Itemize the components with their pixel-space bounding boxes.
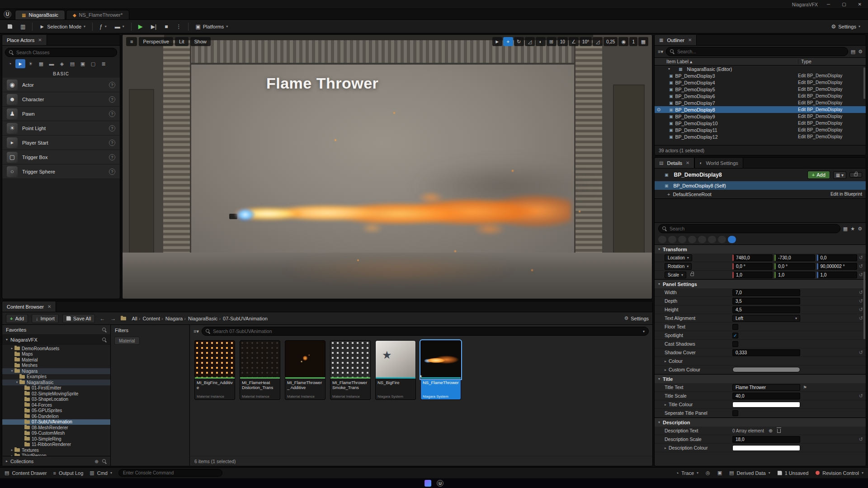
outliner-row[interactable]: ⊙ ▣ BP_DemoDisplay9 Edit BP_DemoDisplay [655, 113, 866, 120]
rotation-y-input[interactable]: 0,0 ° [774, 263, 815, 270]
close-icon[interactable]: ✕ [855, 2, 864, 7]
close-icon[interactable]: ✕ [688, 38, 692, 42]
column-item-label[interactable]: Item Label ▴ [655, 59, 798, 64]
breadcrumb-item[interactable]: NiagaraBasic [188, 316, 217, 321]
actor-type-link[interactable]: Edit BP_DemoDisplay [798, 80, 866, 85]
actor-type-link[interactable]: Edit BP_DemoDisplay [798, 100, 866, 105]
selection-mode-dropdown[interactable]: ► Selection Mode ▾ [36, 22, 89, 31]
actor-type-link[interactable]: Edit BP_DemoDisplay [798, 127, 866, 132]
help-icon[interactable]: ? [109, 169, 115, 175]
volumes-category-icon[interactable]: ▣ [78, 59, 88, 68]
tree-folder-item[interactable]: 01-FirstEmitter [2, 385, 110, 391]
all-classes-category-icon[interactable]: ≣ [99, 59, 108, 68]
rotate-tool-icon[interactable]: ↻ [514, 37, 524, 46]
unreal-logo-icon[interactable]: U [4, 10, 11, 18]
play-button[interactable]: ▶ [135, 22, 146, 31]
height-input[interactable]: 4,5 [732, 306, 800, 313]
basic-category-icon[interactable]: ► [15, 59, 25, 68]
asset-search[interactable]: ▾ [202, 327, 649, 336]
tree-folder-item[interactable]: ▾ Niagara [2, 368, 110, 374]
visual-effects-category-icon[interactable]: ◈ [57, 59, 67, 68]
details-tab[interactable]: ▤ Details ✕ [655, 158, 694, 168]
tree-folder-item[interactable]: Material [2, 357, 110, 363]
add-collection-icon[interactable]: ⊕ [94, 459, 99, 464]
settings-dropdown[interactable]: ⚙ Settings ▾ [828, 22, 863, 31]
help-icon[interactable]: ? [109, 96, 115, 103]
details-search[interactable] [658, 224, 840, 233]
source-control-button[interactable]: ▥ [17, 22, 28, 31]
title-scale-input[interactable]: 40,0 [732, 393, 800, 399]
help-icon[interactable]: ? [109, 125, 115, 131]
details-filter-tab[interactable] [678, 236, 686, 243]
close-icon[interactable]: ✕ [38, 38, 42, 42]
caret-down-icon[interactable]: ▾ [668, 67, 670, 71]
shadow-cover-input[interactable]: 0,333 [732, 349, 800, 356]
outliner-row[interactable]: ⊙ ▣ BP_DemoDisplay6 Edit BP_DemoDisplay [655, 93, 866, 99]
reset-icon[interactable]: ↺ [859, 315, 863, 321]
expand-arrow-icon[interactable]: ▸ [665, 359, 666, 363]
place-actor-item[interactable]: Point Light ? [2, 121, 120, 136]
viewport-options-button[interactable]: ≡ [126, 37, 137, 46]
gear-icon[interactable]: ⚙ [858, 226, 862, 232]
place-actor-item[interactable]: Pawn ? [2, 107, 120, 121]
notifications-icon[interactable]: ◎ [706, 470, 710, 476]
tree-folder-item[interactable]: Maps [2, 352, 110, 357]
scale-snap-value[interactable]: 0,25 [604, 37, 618, 46]
place-actors-tab[interactable]: Place Actors ✕ [2, 35, 47, 45]
level-viewport[interactable]: Flame Thrower ≡ Perspective Lit Show ► +… [122, 34, 652, 299]
grid-snap-icon[interactable]: ⊞ [547, 37, 557, 46]
content-browser-tab[interactable]: Content Browser ✕ [2, 301, 56, 312]
maximize-icon[interactable]: ▢ [839, 2, 849, 7]
tree-folder-item[interactable]: 05-GPUSprites [2, 408, 110, 414]
filter-chip-material[interactable]: Material [114, 337, 140, 345]
add-component-button[interactable]: + Add [807, 171, 830, 179]
actor-type-link[interactable]: Edit BP_DemoDisplay [798, 73, 866, 78]
description-colour-swatch[interactable] [732, 445, 800, 451]
gear-icon[interactable]: ⚙ [858, 49, 863, 55]
description-section-header[interactable]: ▾ Description [655, 418, 866, 427]
camera-speed-icon[interactable]: ◉ [618, 37, 628, 46]
play-options-button[interactable]: ⋮ [173, 22, 184, 31]
blueprints-dropdown[interactable]: ƒ▾ [96, 22, 110, 31]
expand-arrow-icon[interactable]: ▸ [665, 403, 666, 407]
help-icon[interactable]: ? [109, 140, 115, 146]
unsaved-indicator[interactable]: 1 Unsaved [778, 470, 809, 476]
tree-expand-arrow[interactable]: ▾ [15, 380, 19, 384]
tree-folder-item[interactable]: 09-CustomMesh [2, 431, 110, 436]
lock-button[interactable] [849, 172, 862, 178]
cinematics-dropdown[interactable]: ▬▾ [112, 22, 127, 31]
save-all-button[interactable]: Save All [62, 314, 95, 323]
reset-icon[interactable]: ↺ [859, 255, 863, 261]
location-z-input[interactable]: 0,0 [817, 254, 857, 261]
folder-view-icon[interactable]: ▤ [851, 49, 855, 55]
asset-tile[interactable]: MI_BigFire_Additive Material Instance [194, 340, 236, 400]
testing-category-icon[interactable]: ▢ [88, 59, 98, 68]
custom-colour-swatch[interactable] [732, 367, 800, 372]
reset-icon[interactable]: ↺ [859, 436, 863, 442]
reset-icon[interactable]: ↺ [859, 393, 863, 399]
back-arrow-icon[interactable]: ← [99, 315, 106, 322]
place-actor-item[interactable]: Character ? [2, 92, 120, 107]
tree-folder-item[interactable]: 04-Forces [2, 402, 110, 408]
shapes-category-icon[interactable]: ▦ [36, 59, 46, 68]
place-actor-item[interactable]: Trigger Box ? [2, 150, 120, 164]
add-array-element-icon[interactable]: ⊕ [769, 428, 773, 434]
place-actor-item[interactable]: Trigger Sphere ? [2, 164, 120, 179]
content-drawer-button[interactable]: ▤Content Drawer [5, 470, 47, 476]
actor-type-link[interactable]: Edit BP_DemoDisplay [798, 87, 866, 92]
outliner-root-row[interactable]: ▾ ▦ NiagaraBasic (Editor) [655, 66, 866, 72]
details-filter-tab[interactable] [718, 236, 726, 243]
import-button[interactable]: ↓Import [32, 314, 59, 323]
tab-niagarabasic[interactable]: ▦ NiagaraBasic [15, 10, 65, 19]
tree-folder-item[interactable]: Meshes [2, 363, 110, 369]
breadcrumb-item[interactable]: Content [142, 316, 160, 321]
collections-row[interactable]: ▸ Collections ⊕ [2, 456, 110, 466]
tree-folder-item[interactable]: 06-Dandelion [2, 413, 110, 419]
scale-tool-icon[interactable]: ◿ [525, 37, 535, 46]
tree-folder-item[interactable]: 10-SimpleRing [2, 436, 110, 442]
reset-icon[interactable]: ↺ [859, 350, 863, 356]
tree-folder-item[interactable]: ▸ Textures [2, 447, 110, 453]
breadcrumb-item[interactable]: 07-SubUVAnimation [223, 316, 268, 321]
asset-tile[interactable]: MI_FlameThrower Smoke_Trans Material Ins… [330, 340, 372, 400]
details-filter-tab[interactable] [668, 236, 676, 243]
